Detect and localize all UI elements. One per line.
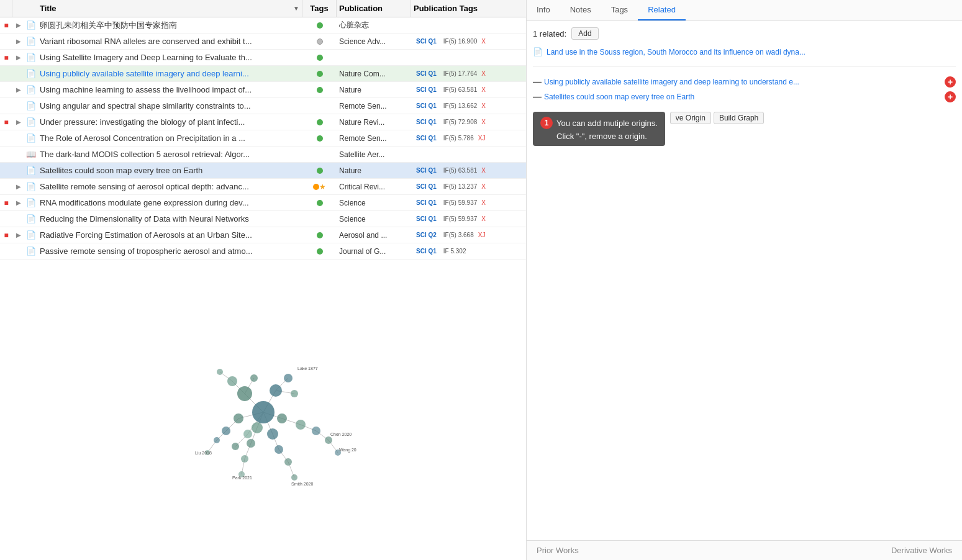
prior-works-link[interactable]: Prior Works — [537, 546, 579, 555]
cell-pubtags: SCI Q1IF(5) 63.581X — [411, 166, 526, 174]
cell-pubtags: SCI Q1IF(5) 17.764X — [411, 70, 526, 78]
x-badge: XJ — [478, 135, 486, 142]
cell-title[interactable]: Satellite remote sensing of aerosol opti… — [37, 182, 302, 191]
cell-pubtags: SCI Q2IF(5) 3.668XJ — [411, 231, 526, 239]
table-header: Title ▼ Tags Publication Publication Tag… — [0, 0, 526, 17]
cell-expand[interactable]: ▶ — [12, 38, 25, 45]
cell-icon: 📄 — [25, 182, 37, 191]
x-badge: X — [481, 199, 486, 206]
cell-pubtags: SCI Q1IF(5) 13.237X — [411, 183, 526, 191]
cell-title[interactable]: Passive remote sensing of tropospheric a… — [37, 246, 302, 256]
svg-text:Park 2021: Park 2021 — [232, 476, 252, 480]
cell-expand[interactable]: ▶ — [12, 232, 25, 238]
cell-pub: Nature — [337, 86, 411, 94]
expand-arrow[interactable]: ▶ — [16, 54, 21, 61]
expand-arrow[interactable]: ▶ — [16, 22, 21, 29]
svg-point-32 — [243, 430, 252, 438]
svg-point-41 — [232, 443, 239, 450]
table-body: ■▶📄卵圆孔未闭相关卒中预防中国专家指南心脏杂志▶📄Variant riboso… — [0, 17, 526, 289]
minus-button-1[interactable]: — — [533, 77, 542, 87]
cell-title[interactable]: Reducing the Dimensionality of Data with… — [37, 214, 302, 224]
table-row[interactable]: 📄Satellites could soon map every tree on… — [0, 163, 526, 179]
expand-arrow[interactable]: ▶ — [16, 38, 21, 45]
expand-arrow[interactable]: ▶ — [16, 86, 21, 93]
origin-row-1: — Using publicly available satellite ima… — [533, 75, 956, 89]
table-row[interactable]: ■▶📄Using Satellite Imagery and Deep Lear… — [0, 50, 526, 66]
cell-title[interactable]: 卵圆孔未闭相关卒中预防中国专家指南 — [37, 20, 302, 31]
cell-tags — [302, 71, 337, 77]
expand-arrow[interactable]: ▶ — [16, 199, 21, 206]
table-row[interactable]: ■▶📄Radiative Forcing Estimation of Aeros… — [0, 227, 526, 243]
sci-q1-badge: SCI Q1 — [414, 183, 439, 191]
tag-dot — [317, 71, 323, 77]
pin-icon: ■ — [4, 21, 8, 30]
related-item-text[interactable]: Land use in the Souss region, South Moro… — [547, 48, 956, 56]
build-graph-button[interactable]: Build Graph — [714, 112, 764, 124]
tab-notes[interactable]: Notes — [560, 0, 601, 20]
add-button[interactable]: Add — [571, 27, 598, 40]
tab-tags[interactable]: Tags — [601, 0, 638, 20]
tag-dot — [317, 87, 323, 93]
cell-title[interactable]: Using machine learning to assess the liv… — [37, 85, 302, 94]
sort-icon[interactable]: ▼ — [293, 5, 299, 12]
cell-expand[interactable]: ▶ — [12, 86, 25, 93]
tag-dot — [317, 135, 323, 142]
table-row[interactable]: ■▶📄Under pressure: investigating the bio… — [0, 114, 526, 130]
tag-dot — [317, 232, 323, 238]
cell-icon: 📄 — [25, 246, 37, 256]
cell-title[interactable]: The dark-land MODIS collection 5 aerosol… — [37, 150, 302, 159]
tab-info[interactable]: Info — [527, 0, 560, 20]
cell-title[interactable]: The Role of Aerosol Concentration on Pre… — [37, 133, 302, 143]
doc-icon: 📄 — [26, 182, 36, 191]
tag-dot — [317, 200, 323, 206]
cell-expand[interactable]: ▶ — [12, 22, 25, 29]
cell-icon: 📄 — [25, 53, 37, 62]
title-col-label: Title — [40, 4, 57, 13]
tab-related[interactable]: Related — [638, 0, 686, 20]
graph-area: Lake 1877 Chen 2020 Wang 2019 Liu 2018 P… — [0, 289, 526, 560]
table-row[interactable]: 📄Passive remote sensing of tropospheric … — [0, 243, 526, 260]
cell-expand[interactable]: ▶ — [12, 54, 25, 61]
cell-tags — [302, 22, 337, 29]
cell-title[interactable]: Variant ribosomal RNA alleles are conser… — [37, 37, 302, 46]
table-row[interactable]: 📄Using publicly available satellite imag… — [0, 66, 526, 82]
expand-arrow[interactable]: ▶ — [16, 183, 21, 190]
derivative-works-link[interactable]: Derivative Works — [891, 546, 952, 555]
table-row[interactable]: ■▶📄卵圆孔未闭相关卒中预防中国专家指南心脏杂志 — [0, 17, 526, 34]
table-row[interactable]: ▶📄Using machine learning to assess the l… — [0, 82, 526, 98]
x-badge: X — [481, 167, 486, 174]
expand-arrow[interactable]: ▶ — [16, 119, 21, 125]
table-row[interactable]: 📄The Role of Aerosol Concentration on Pr… — [0, 130, 526, 147]
cell-title[interactable]: Using publicly available satellite image… — [37, 69, 302, 78]
sci-q1-badge: SCI Q1 — [414, 166, 439, 174]
cell-title[interactable]: Radiative Forcing Estimation of Aerosols… — [37, 230, 302, 240]
svg-point-38 — [247, 439, 255, 448]
table-row[interactable]: ▶📄Satellite remote sensing of aerosol op… — [0, 179, 526, 195]
table-row[interactable]: ▶📄Variant ribosomal RNA alleles are cons… — [0, 34, 526, 50]
cell-expand[interactable]: ▶ — [12, 183, 25, 190]
cell-icon: 📄 — [25, 20, 37, 30]
remove-origin-button[interactable]: ve Origin — [670, 112, 711, 124]
table-row[interactable]: 📖The dark-land MODIS collection 5 aeroso… — [0, 147, 526, 163]
table-row[interactable]: 📄Using angular and spectral shape simila… — [0, 98, 526, 114]
table-row[interactable]: ■▶📄RNA modifications modulate gene expre… — [0, 195, 526, 211]
cell-title[interactable]: Using angular and spectral shape similar… — [37, 101, 302, 111]
cell-title[interactable]: Under pressure: investigating the biolog… — [37, 117, 302, 127]
plus-button-1[interactable]: + — [945, 76, 956, 88]
cell-title[interactable]: Satellites could soon map every tree on … — [37, 166, 302, 175]
action-buttons: ve Origin Build Graph — [670, 112, 764, 124]
cell-expand[interactable]: ▶ — [12, 199, 25, 206]
cell-title[interactable]: RNA modifications modulate gene expressi… — [37, 198, 302, 207]
col-pin-header — [0, 0, 12, 17]
table-row[interactable]: 📄Reducing the Dimensionality of Data wit… — [0, 211, 526, 227]
cell-expand[interactable]: ▶ — [12, 119, 25, 125]
expand-arrow[interactable]: ▶ — [16, 232, 21, 238]
x-badge: X — [481, 119, 486, 125]
doc-pink-icon: 📄 — [26, 69, 36, 78]
minus-button-2[interactable]: — — [533, 92, 542, 102]
cell-tags — [302, 55, 337, 61]
cell-title[interactable]: Using Satellite Imagery and Deep Learnin… — [37, 53, 302, 62]
plus-button-2[interactable]: + — [945, 91, 956, 102]
if-badge: IF(5) 5.786 — [442, 134, 476, 142]
cell-pin: ■ — [0, 118, 12, 127]
